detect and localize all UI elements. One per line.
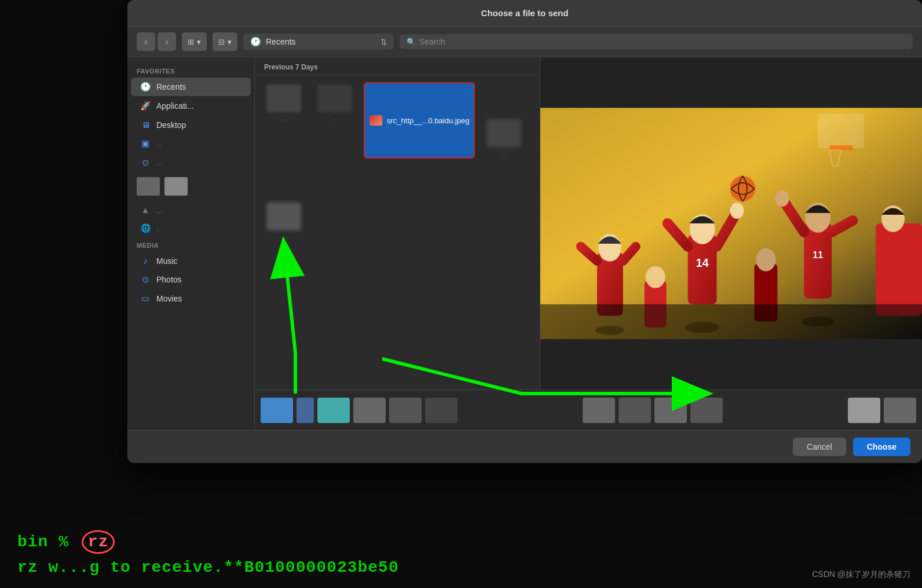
list-item[interactable]: ... <box>312 81 358 160</box>
strip-thumb-12[interactable] <box>884 398 916 423</box>
file-grid: ... ... src_http__...0.baidu.jpeg <box>255 75 540 384</box>
strip-thumb-5[interactable] <box>389 398 422 423</box>
photos-icon: ⊙ <box>140 274 151 285</box>
sidebar-applications-label: Applicati... <box>156 101 194 111</box>
view-grid-button[interactable]: ⊟ ▾ <box>213 32 237 51</box>
strip-thumb-10[interactable] <box>690 398 723 423</box>
file-dialog: Choose a file to send ‹ › ⊞ ▾ ⊟ ▾ 🕐 Rece… <box>127 0 922 463</box>
desktop-icon: 🖥 <box>140 120 151 130</box>
sidebar-item-globe[interactable]: 🌐 . <box>131 219 251 237</box>
strip-thumb-4[interactable] <box>353 398 386 423</box>
music-icon: ♪ <box>140 256 151 266</box>
browser-preview-area: Previous 7 Days ... ... <box>255 57 922 430</box>
selected-file-name: src_http__...0.baidu.jpeg <box>387 116 469 125</box>
sidebar-movies-label: Movies <box>156 294 182 303</box>
svg-text:14: 14 <box>696 256 708 269</box>
preview-basketball-image: 14 <box>540 57 922 389</box>
list-item[interactable]: ... <box>261 81 307 160</box>
svg-rect-23 <box>540 304 922 339</box>
strip-thumb-6[interactable] <box>425 398 458 423</box>
sidebar-thumb-1 <box>137 177 160 196</box>
sidebar-item-music[interactable]: ♪ Music <box>131 252 251 270</box>
recents-clock-icon: 🕐 <box>250 36 261 47</box>
unknown-2-icon: ⊙ <box>140 157 151 168</box>
dialog-footer: Cancel Choose <box>127 430 922 463</box>
file-name-blurred-1: ... <box>281 115 286 122</box>
svg-point-7 <box>730 203 744 219</box>
strip-thumb-9[interactable] <box>654 398 687 423</box>
sidebar-item-unknown-2[interactable]: ⊙ ... <box>131 153 251 172</box>
file-thumb-blurred-3 <box>486 119 521 147</box>
unknown-1-icon: ▣ <box>140 138 151 149</box>
favorites-label: Favorites <box>127 63 254 77</box>
movies-icon: ▭ <box>140 293 151 304</box>
strip-thumb-11[interactable] <box>848 398 880 423</box>
sidebar-desktop-label: Desktop <box>156 120 186 130</box>
sidebar-item-unknown-3[interactable]: ▲ ... <box>131 201 251 219</box>
selected-file-icon <box>369 115 382 126</box>
sidebar-item-recents[interactable]: 🕐 Recents <box>131 78 251 96</box>
grid-icon: ⊟ <box>218 38 225 46</box>
svg-text:11: 11 <box>813 250 823 260</box>
columns-icon: ⊞ <box>188 38 194 46</box>
browser-preview-row: Previous 7 Days ... ... <box>255 57 922 389</box>
applications-icon: 🚀 <box>140 101 151 111</box>
dialog-title-bar: Choose a file to send <box>127 0 922 27</box>
search-input[interactable] <box>419 37 906 46</box>
search-bar[interactable]: 🔍 <box>400 34 913 49</box>
list-item[interactable]: ... <box>261 199 307 243</box>
svg-point-19 <box>756 248 775 271</box>
choose-button[interactable]: Choose <box>853 438 910 456</box>
strip-thumb-1[interactable] <box>261 398 293 423</box>
sidebar-unknown-3-label: ... <box>156 205 163 215</box>
dialog-toolbar: ‹ › ⊞ ▾ ⊟ ▾ 🕐 Recents ⇅ 🔍 <box>127 27 922 57</box>
file-thumb-blurred-4 <box>266 203 301 230</box>
sidebar-item-photos[interactable]: ⊙ Photos <box>131 270 251 289</box>
file-name-blurred-2: ... <box>332 115 337 122</box>
svg-point-21 <box>646 266 665 288</box>
svg-point-15 <box>775 190 789 207</box>
cancel-button[interactable]: Cancel <box>793 438 846 456</box>
unknown-3-icon: ▲ <box>140 205 151 215</box>
back-button[interactable]: ‹ <box>137 32 155 51</box>
sidebar-recents-label: Recents <box>156 82 186 91</box>
sidebar-item-movies[interactable]: ▭ Movies <box>131 289 251 308</box>
file-browser: Previous 7 Days ... ... <box>255 57 540 389</box>
grid-dropdown-arrow: ▾ <box>228 38 232 46</box>
strip-thumb-7[interactable] <box>583 398 615 423</box>
forward-button[interactable]: › <box>158 32 176 51</box>
terminal-line-2: rz w...g to receive.**B0100000023be50 <box>17 558 905 576</box>
sidebar-blurred-thumbs <box>127 172 254 200</box>
strip-thumb-3[interactable] <box>317 398 350 423</box>
sidebar-item-desktop[interactable]: 🖥 Desktop <box>131 116 251 134</box>
selected-file-item[interactable]: src_http__...0.baidu.jpeg <box>364 82 475 159</box>
sidebar-unknown-1-label: ... <box>156 140 162 147</box>
dialog-title: Choose a file to send <box>481 8 569 18</box>
section-header: Previous 7 Days <box>255 57 540 75</box>
rz-highlight-circle: rz <box>82 530 115 554</box>
csdn-watermark: CSDN @抹了岁月的杀猪刀 <box>812 569 910 580</box>
svg-point-22 <box>730 176 756 201</box>
sidebar-item-applications[interactable]: 🚀 Applicati... <box>131 97 251 115</box>
list-item[interactable]: ... <box>481 116 527 160</box>
terminal-bin-text: bin % <box>17 533 79 551</box>
preview-panel: 14 <box>540 57 922 389</box>
file-name-blurred-4: ... <box>281 233 286 240</box>
sidebar-item-unknown-1[interactable]: ▣ ... <box>131 134 251 153</box>
view-dropdown-arrow: ▾ <box>197 38 201 46</box>
file-thumb-blurred-2 <box>317 84 352 112</box>
globe-icon: 🌐 <box>140 223 151 233</box>
svg-rect-2 <box>829 145 853 150</box>
view-columns-button[interactable]: ⊞ ▾ <box>182 32 207 51</box>
bottom-thumbnail-strip <box>255 389 922 430</box>
strip-thumb-8[interactable] <box>619 398 651 423</box>
location-bar[interactable]: 🕐 Recents ⇅ <box>243 34 394 50</box>
terminal-line-1: bin % rz <box>17 530 905 554</box>
strip-thumb-2[interactable] <box>297 398 314 423</box>
location-up-down-arrows: ⇅ <box>380 38 387 46</box>
terminal-area: bin % rz rz w...g to receive.**B01000000… <box>0 519 922 588</box>
location-text: Recents <box>266 37 376 46</box>
svg-rect-16 <box>876 223 922 316</box>
nav-button-group: ‹ › <box>137 32 176 51</box>
sidebar-unknown-2-label: ... <box>156 159 162 166</box>
